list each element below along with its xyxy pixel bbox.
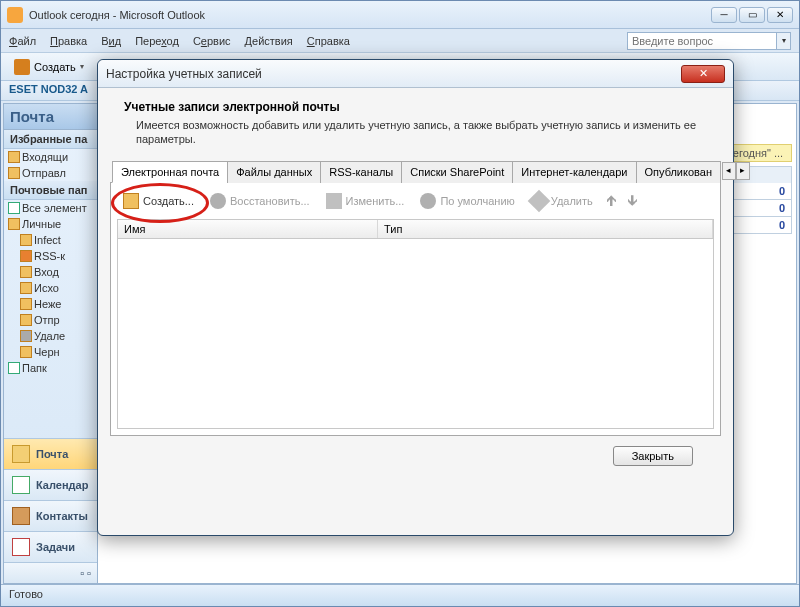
nav-fav-sent[interactable]: Отправл xyxy=(4,165,97,181)
dialog-titlebar: Настройка учетных записей ✕ xyxy=(98,60,733,88)
tab-scroll-right[interactable]: ▸ xyxy=(736,162,750,180)
folder-icon xyxy=(8,167,20,179)
menu-help[interactable]: Справка xyxy=(307,35,350,47)
maximize-button[interactable]: ▭ xyxy=(739,7,765,23)
menu-actions[interactable]: Действия xyxy=(245,35,293,47)
tab-rss[interactable]: RSS-каналы xyxy=(320,161,402,183)
folder-icon xyxy=(8,151,20,163)
dialog-heading: Учетные записи электронной почты xyxy=(124,100,707,114)
navbar-calendar[interactable]: Календар xyxy=(4,469,97,500)
col-name[interactable]: Имя xyxy=(118,220,378,238)
menu-go[interactable]: Переход xyxy=(135,35,179,47)
question-input[interactable] xyxy=(627,32,777,50)
navbar-tasks[interactable]: Задачи xyxy=(4,531,97,562)
rss-icon xyxy=(20,250,32,262)
messages-count-2: 0 xyxy=(724,200,792,217)
dialog-subtext: Имеется возможность добавить или удалить… xyxy=(136,118,707,146)
nav-personal-folders[interactable]: Личные xyxy=(4,216,97,232)
accounts-list-header: Имя Тип xyxy=(117,219,714,239)
delete-icon xyxy=(527,190,550,213)
messages-count-1: 0 xyxy=(724,183,792,200)
tasks-icon xyxy=(12,538,30,556)
chevron-down-icon: ▾ xyxy=(80,62,84,71)
nav-rss[interactable]: RSS-к xyxy=(4,248,97,264)
search-folder-icon xyxy=(8,202,20,214)
nav-drafts[interactable]: Черн xyxy=(4,344,97,360)
repair-icon xyxy=(210,193,226,209)
create-button-label: Создать xyxy=(34,61,76,73)
menu-file[interactable]: Файл xyxy=(9,35,36,47)
dialog-title: Настройка учетных записей xyxy=(106,67,262,81)
tab-scroll-left[interactable]: ◂ xyxy=(722,162,736,180)
new-mail-icon xyxy=(14,59,30,75)
menu-tools[interactable]: Сервис xyxy=(193,35,231,47)
nav-fav-inbox[interactable]: Входящи xyxy=(4,149,97,165)
accounts-toolbar: Создать... Восстановить... Изменить... П… xyxy=(117,189,714,213)
dialog-close-footer-button[interactable]: Закрыть xyxy=(613,446,693,466)
nav-infected[interactable]: Infect xyxy=(4,232,97,248)
menu-bar: Файл Правка Вид Переход Сервис Действия … xyxy=(1,29,799,53)
shortcuts-icon: ▫ ▫ xyxy=(80,567,91,579)
outbox-icon xyxy=(20,282,32,294)
move-down-button[interactable]: 🡫 xyxy=(626,194,639,209)
menu-edit[interactable]: Правка xyxy=(50,35,87,47)
folder-tree-icon xyxy=(8,218,20,230)
nav-all-items[interactable]: Все элемент xyxy=(4,200,97,216)
junk-icon xyxy=(20,298,32,310)
nav-search-folders[interactable]: Папк xyxy=(4,360,97,376)
mail-icon xyxy=(12,445,30,463)
nav-deleted[interactable]: Удале xyxy=(4,328,97,344)
move-up-button[interactable]: 🡩 xyxy=(605,194,618,209)
close-window-button[interactable]: ✕ xyxy=(767,7,793,23)
tab-email[interactable]: Электронная почта xyxy=(112,161,228,183)
sent-icon xyxy=(20,314,32,326)
nav-junk[interactable]: Неже xyxy=(4,296,97,312)
col-type[interactable]: Тип xyxy=(378,220,713,238)
calendar-icon xyxy=(12,476,30,494)
menu-view[interactable]: Вид xyxy=(101,35,121,47)
dialog-close-button[interactable]: ✕ xyxy=(681,65,725,83)
contacts-icon xyxy=(12,507,30,525)
repair-account-button[interactable]: Восстановить... xyxy=(206,191,314,211)
dialog-tabs: Электронная почта Файлы данных RSS-канал… xyxy=(110,160,721,183)
navbar-mail[interactable]: Почта xyxy=(4,438,97,469)
tab-data-files[interactable]: Файлы данных xyxy=(227,161,321,183)
nav-outbox[interactable]: Исхо xyxy=(4,280,97,296)
nav-section-mailfolders: Почтовые пап xyxy=(4,181,97,200)
navbar-more[interactable]: ▫ ▫ xyxy=(4,562,97,583)
delete-account-button[interactable]: Удалить xyxy=(527,191,597,211)
search-folder-icon xyxy=(8,362,20,374)
tab-sharepoint[interactable]: Списки SharePoint xyxy=(401,161,513,183)
account-settings-dialog: Настройка учетных записей ✕ Учетные запи… xyxy=(97,59,734,536)
nav-section-favorites: Избранные па xyxy=(4,130,97,149)
drafts-icon xyxy=(20,346,32,358)
tab-internet-calendars[interactable]: Интернет-календари xyxy=(512,161,636,183)
messages-count-3: 0 xyxy=(724,217,792,234)
set-default-button[interactable]: По умолчанию xyxy=(416,191,518,211)
default-icon xyxy=(420,193,436,209)
edit-account-button[interactable]: Изменить... xyxy=(322,191,409,211)
minimize-button[interactable]: ─ xyxy=(711,7,737,23)
navigation-pane: Почта Избранные па Входящи Отправл Почто… xyxy=(3,103,98,584)
new-account-button[interactable]: Создать... xyxy=(119,191,198,211)
outlook-icon xyxy=(7,7,23,23)
accounts-list[interactable] xyxy=(117,239,714,429)
inbox-icon xyxy=(20,266,32,278)
nav-inbox[interactable]: Вход xyxy=(4,264,97,280)
question-dropdown[interactable]: ▾ xyxy=(777,32,791,50)
nav-sent[interactable]: Отпр xyxy=(4,312,97,328)
tab-published[interactable]: Опубликован xyxy=(636,161,721,183)
status-text: Готово xyxy=(9,588,43,600)
deleted-icon xyxy=(20,330,32,342)
titlebar: Outlook сегодня - Microsoft Outlook ─ ▭ … xyxy=(1,1,799,29)
window-title: Outlook сегодня - Microsoft Outlook xyxy=(29,9,205,21)
nav-header-mail: Почта xyxy=(4,104,97,130)
folder-icon xyxy=(20,234,32,246)
tab-panel-email: Создать... Восстановить... Изменить... П… xyxy=(110,183,721,436)
new-icon xyxy=(123,193,139,209)
status-bar: Готово xyxy=(1,584,799,606)
navbar-contacts[interactable]: Контакты xyxy=(4,500,97,531)
edit-icon xyxy=(326,193,342,209)
create-button[interactable]: Создать ▾ xyxy=(7,56,91,78)
